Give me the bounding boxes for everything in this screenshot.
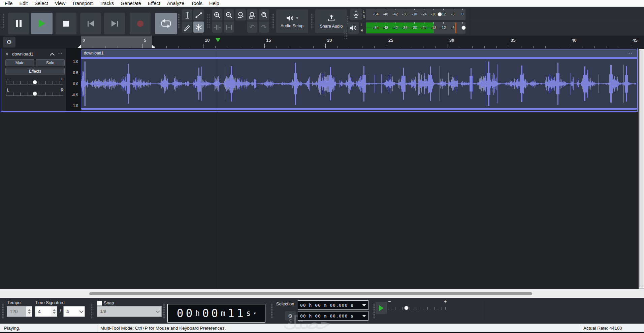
record-meter-bar[interactable]: -54-48-42-36-30-24-18-12-60	[366, 9, 465, 20]
snap-value[interactable]: 1/8	[97, 306, 154, 317]
waveform-canvas[interactable]	[81, 59, 637, 109]
loop-region-left-handle[interactable]	[77, 45, 81, 48]
menu-item-effect[interactable]: Effect	[144, 0, 164, 7]
transport-toolbar-grip[interactable]	[1, 13, 4, 29]
tools-toolbar-grip[interactable]	[178, 13, 181, 29]
record-meter[interactable]: L R -54-48-42-36-30-24-18-12-60	[350, 8, 468, 21]
skip-to-end-button[interactable]	[104, 13, 125, 34]
playback-meter-bar[interactable]: -54-48-42-36-30-24-18-12-60	[366, 22, 465, 34]
vertical-scrollbar[interactable]	[639, 49, 644, 289]
timeline-options-button[interactable]: ⚙	[3, 37, 15, 47]
playback-meter-button[interactable]	[348, 22, 359, 34]
dropdown-triangle-icon[interactable]	[362, 304, 366, 306]
zoom-toggle-button[interactable]	[259, 9, 269, 21]
audio-position-display[interactable]: 00 h 00 m 11 s ▾	[167, 304, 265, 323]
audio-setup-grip[interactable]	[271, 13, 274, 29]
time-signature-lower-value[interactable]: 4	[64, 306, 78, 317]
menu-item-edit[interactable]: Edit	[16, 0, 31, 7]
audio-clip[interactable]: download1 ⋯	[81, 49, 637, 110]
selection-tool-button[interactable]	[182, 9, 192, 21]
selection-options-button[interactable]: ⚙	[285, 311, 296, 321]
time-signature-upper-spinner[interactable]: 4	[35, 306, 57, 317]
time-signature-spin-buttons[interactable]	[51, 306, 57, 317]
horizontal-scrollbar[interactable]	[0, 289, 644, 298]
tempo-spin-buttons[interactable]	[26, 306, 32, 317]
play-button[interactable]	[31, 13, 53, 34]
silence-audio-button[interactable]	[224, 22, 234, 33]
time-format-caret-icon[interactable]: ▾	[254, 311, 256, 316]
envelope-tool-button[interactable]	[193, 9, 204, 21]
clip-header[interactable]: download1 ⋯	[81, 49, 637, 57]
selection-toolbar-grip[interactable]	[271, 303, 273, 318]
menu-item-tools[interactable]: Tools	[188, 0, 206, 7]
audio-setup-button[interactable]: ▾ Audio Setup	[276, 9, 308, 33]
snap-toolbar-grip[interactable]	[91, 303, 94, 318]
playback-meter-right-label: R	[361, 29, 363, 32]
share-audio-button[interactable]: Share Audio	[315, 9, 347, 33]
tempo-spinner[interactable]: 120	[7, 306, 32, 317]
fit-selection-button[interactable]	[235, 9, 246, 21]
playhead-marker[interactable]	[215, 38, 221, 42]
effects-button[interactable]: Effects	[5, 68, 65, 75]
share-audio-grip[interactable]	[311, 13, 314, 29]
zoom-out-button[interactable]	[224, 9, 234, 21]
loop-button[interactable]	[155, 13, 177, 34]
loop-region[interactable]	[81, 36, 152, 48]
audio-track[interactable]: × download1 ⋯ Mute Solo Effects − + L R …	[1, 48, 638, 112]
close-track-icon[interactable]: ×	[5, 51, 8, 56]
multi-tool-button[interactable]	[193, 22, 204, 33]
solo-button[interactable]: Solo	[36, 59, 65, 66]
vertical-scale-ruler[interactable]: 1.00.50.0-0.5-1.0	[66, 48, 81, 111]
pause-button[interactable]	[8, 13, 29, 34]
selection-start-field[interactable]: 00 h 00 m 00.000 s	[298, 300, 368, 310]
mute-button[interactable]: Mute	[5, 59, 34, 66]
time-toolbar-grip[interactable]	[163, 303, 165, 318]
playback-meter-grip[interactable]	[344, 29, 347, 39]
playback-meter[interactable]: L R -54-48-42-36-30-24-18-12-60	[347, 22, 468, 34]
undo-button[interactable]: ↶	[247, 22, 257, 33]
playback-speed-thumb[interactable]	[404, 306, 409, 310]
snap-checkbox[interactable]	[97, 301, 102, 306]
edit-toolbar-grip[interactable]	[207, 13, 210, 29]
time-signature-toolbar-grip[interactable]	[2, 303, 4, 318]
clip-menu-icon[interactable]: ⋯	[627, 49, 632, 57]
collapse-track-icon[interactable]	[50, 53, 55, 58]
selection-end-field[interactable]: 00 h 00 m 00.000 s	[298, 311, 368, 321]
trim-audio-button[interactable]	[212, 22, 222, 33]
menu-item-view[interactable]: View	[52, 0, 69, 7]
meter-scale-label: -12	[441, 26, 446, 30]
snap-dropdown[interactable]: 1/8	[97, 306, 162, 317]
menu-item-analyze[interactable]: Analyze	[164, 0, 188, 7]
record-button[interactable]	[130, 13, 151, 34]
gain-slider-thumb[interactable]	[33, 80, 37, 84]
playback-volume-slider[interactable]	[461, 26, 466, 30]
track-title[interactable]: download1	[12, 51, 33, 57]
pan-slider-thumb[interactable]	[33, 91, 37, 96]
play-at-speed-grip[interactable]	[373, 303, 375, 318]
record-meter-button[interactable]	[350, 9, 362, 20]
redo-button[interactable]: ↷	[259, 22, 269, 33]
tempo-value[interactable]: 120	[7, 306, 26, 317]
stop-button[interactable]	[56, 13, 76, 34]
skip-to-start-button[interactable]	[80, 13, 101, 34]
track-menu-icon[interactable]: ⋯	[57, 50, 62, 56]
timeline-ruler[interactable]: 051015202530354045 ⚙	[0, 36, 644, 48]
menu-item-help[interactable]: Help	[206, 0, 223, 7]
zoom-in-button[interactable]	[212, 9, 222, 21]
loop-region-right-handle[interactable]	[152, 45, 155, 48]
time-signature-upper-value[interactable]: 4	[35, 306, 51, 317]
draw-tool-button[interactable]	[182, 22, 192, 33]
playback-speed-slider[interactable]	[388, 307, 447, 310]
menu-item-generate[interactable]: Generate	[117, 0, 144, 7]
play-at-speed-button[interactable]	[376, 302, 387, 314]
menu-item-file[interactable]: File	[1, 0, 16, 7]
time-signature-lower-dropdown[interactable]: 4	[63, 306, 85, 317]
menu-item-tracks[interactable]: Tracks	[96, 0, 117, 7]
menu-item-select[interactable]: Select	[31, 0, 51, 7]
menu-item-transport[interactable]: Transport	[69, 0, 96, 7]
meter-scale-label: -30	[412, 12, 417, 16]
vertical-scrollbar-thumb[interactable]	[639, 50, 643, 287]
dropdown-triangle-icon[interactable]	[362, 315, 366, 317]
horizontal-scrollbar-thumb[interactable]	[89, 292, 532, 295]
fit-project-button[interactable]	[247, 9, 257, 21]
